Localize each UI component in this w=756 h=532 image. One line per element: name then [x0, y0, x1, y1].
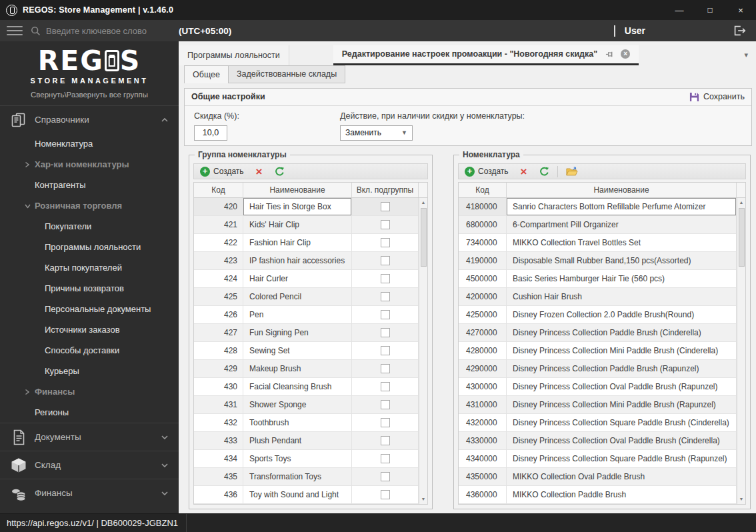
table-row[interactable]: 433Plush Pendant [194, 432, 419, 450]
scroll-down-icon[interactable]: ▼ [739, 495, 744, 504]
table-row[interactable]: 4190000Disposable Small Rubber Band,150 … [459, 252, 737, 270]
include-subgroups-checkbox[interactable] [381, 454, 390, 463]
refresh-button[interactable] [533, 164, 555, 179]
sidebar-item-розничная-торговля[interactable]: Розничная торговля [0, 195, 179, 216]
table-row[interactable]: 430Facial Cleansing Brush [194, 378, 419, 396]
scroll-up-icon[interactable]: ▲ [421, 198, 426, 207]
sidebar-item-покупатели[interactable]: Покупатели [0, 216, 179, 237]
scroll-thumb[interactable] [739, 208, 745, 267]
sidebar-item-причины-возвратов[interactable]: Причины возвратов [0, 278, 179, 299]
scroll-thumb[interactable] [421, 208, 427, 267]
sidebar-item-курьеры[interactable]: Курьеры [0, 361, 179, 381]
table-row[interactable]: 436Toy with Sound and Light [194, 486, 419, 504]
logout-icon[interactable] [732, 23, 747, 38]
table-row[interactable]: 4200000Cushion Hair Brush [459, 288, 737, 306]
sidebar-item-источники-заказов[interactable]: Источники заказов [0, 319, 179, 340]
create-button[interactable]: + Создать [194, 164, 250, 179]
include-subgroups-checkbox[interactable] [381, 382, 390, 391]
table-row[interactable]: 425Colored Pencil [194, 288, 419, 306]
save-button[interactable]: Сохранить [689, 92, 745, 102]
table-row[interactable]: 7340000MIKKO Collection Travel Bottles S… [459, 234, 737, 252]
table-row[interactable]: 4180000Sanrio Characters Bottom Refillab… [459, 198, 737, 216]
table-row[interactable]: 4500000Basic Series Hamburger Hair Tie (… [459, 270, 737, 288]
minimize-button[interactable]: — [664, 0, 695, 20]
sidebar-group-справочники[interactable]: Справочники [0, 105, 179, 133]
include-subgroups-checkbox[interactable] [381, 328, 390, 337]
column-header-code[interactable]: Код [194, 183, 243, 197]
table-row[interactable]: 421Kids' Hair Clip [194, 216, 419, 234]
nomenclature-table-scrollbar[interactable]: ▲ ▼ [737, 198, 745, 504]
sidebar-item-регионы[interactable]: Регионы [0, 402, 179, 423]
table-row[interactable]: 4300000Disney Princess Collection Oval P… [459, 378, 737, 396]
include-subgroups-checkbox[interactable] [381, 238, 390, 247]
table-row[interactable]: 420Hair Ties in Storge Box [194, 198, 419, 216]
table-row[interactable]: 422Fashion Hair Clip [194, 234, 419, 252]
scroll-up-icon[interactable]: ▲ [739, 198, 744, 207]
include-subgroups-checkbox[interactable] [381, 256, 390, 265]
maximize-button[interactable]: □ [695, 0, 725, 20]
global-search[interactable]: Введите ключевое слово [31, 26, 147, 36]
table-row[interactable]: 4340000Disney Princess Collection Square… [459, 450, 737, 468]
column-header-name[interactable]: Наименование [507, 183, 737, 197]
table-row[interactable]: 4350000MIKKO Collection Oval Paddle Brus… [459, 468, 737, 486]
pin-icon[interactable] [605, 50, 614, 59]
create-button[interactable]: + Создать [459, 164, 515, 179]
table-row[interactable]: 432Toothbrush [194, 414, 419, 432]
table-row[interactable]: 4280000Disney Princess Collection Mini P… [459, 342, 737, 360]
sidebar-group-финансы[interactable]: Финансы [0, 479, 179, 507]
close-button[interactable]: × [725, 0, 756, 20]
include-subgroups-checkbox[interactable] [381, 490, 390, 499]
menu-icon[interactable] [7, 26, 23, 35]
delete-button[interactable]: × [515, 164, 533, 179]
collapse-all-groups-link[interactable]: Свернуть\Развернуть все группы [0, 91, 179, 99]
tab-list-chevron-icon[interactable]: ▾ [744, 51, 748, 59]
include-subgroups-checkbox[interactable] [381, 418, 390, 427]
table-row[interactable]: 4360000MIKKO Collection Paddle Brush [459, 486, 737, 504]
discount-input[interactable] [194, 125, 227, 141]
tab-involved-warehouses[interactable]: Задействованные склады [229, 65, 345, 83]
include-subgroups-checkbox[interactable] [381, 310, 390, 319]
sidebar-item-хар-ки-номенклатуры[interactable]: Хар-ки номенклатуры [0, 154, 179, 175]
include-subgroups-checkbox[interactable] [381, 292, 390, 301]
include-subgroups-checkbox[interactable] [381, 472, 390, 481]
sidebar-item-программы-лояльности[interactable]: Программы лояльности [0, 237, 179, 257]
sidebar-item-персональные-документы[interactable]: Персональные документы [0, 299, 179, 319]
sidebar-item-финансы[interactable]: Финансы [0, 381, 179, 402]
table-row[interactable]: 4310000Disney Princess Collection Mini P… [459, 396, 737, 414]
sidebar-item-номенклатура[interactable]: Номенклатура [0, 133, 179, 154]
table-row[interactable]: 431Shower Sponge [194, 396, 419, 414]
include-subgroups-checkbox[interactable] [381, 346, 390, 355]
action-select[interactable]: Заменить ▼ [340, 125, 413, 141]
include-subgroups-checkbox[interactable] [381, 202, 390, 211]
tab-loyalty-programs[interactable]: Программы лояльности [179, 45, 289, 65]
sidebar-item-способы-доставки[interactable]: Способы доставки [0, 340, 179, 361]
table-row[interactable]: 4250000Disney Frozen Collection 2.0 Padd… [459, 306, 737, 324]
scroll-down-icon[interactable]: ▼ [421, 495, 426, 504]
table-row[interactable]: 424Hair Curler [194, 270, 419, 288]
column-header-subgroups[interactable]: Вкл. подгруппы [352, 183, 419, 197]
table-row[interactable]: 4330000Disney Princess Collection Oval P… [459, 432, 737, 450]
sidebar-item-карты-покупателей[interactable]: Карты покупателей [0, 257, 179, 278]
table-row[interactable]: 429Makeup Brush [194, 360, 419, 378]
sidebar-group-склад[interactable]: Склад [0, 451, 179, 479]
column-header-code[interactable]: Код [459, 183, 507, 197]
table-row[interactable]: 423IP fashion hair accessories [194, 252, 419, 270]
tab-promo-edit[interactable]: Редактирование настроек промоакции - "Но… [333, 45, 639, 65]
table-row[interactable]: 4270000Disney Princess Collection Paddle… [459, 324, 737, 342]
delete-button[interactable]: × [250, 164, 269, 179]
tab-close-icon[interactable]: × [621, 49, 630, 59]
table-row[interactable]: 435Transformation Toys [194, 468, 419, 486]
table-row[interactable]: 434Sports Toys [194, 450, 419, 468]
include-subgroups-checkbox[interactable] [381, 274, 390, 283]
table-row[interactable]: 427Fun Signing Pen [194, 324, 419, 342]
table-row[interactable]: 428Sewing Set [194, 342, 419, 360]
table-row[interactable]: 4290000Disney Princess Collection Paddle… [459, 360, 737, 378]
column-header-name[interactable]: Наименование [243, 183, 352, 197]
refresh-button[interactable] [269, 164, 291, 179]
group-table-scrollbar[interactable]: ▲ ▼ [419, 198, 427, 504]
tab-general[interactable]: Общее [184, 65, 229, 83]
table-row[interactable]: 68000006-Compartment Pill Organizer [459, 216, 737, 234]
include-subgroups-checkbox[interactable] [381, 220, 390, 229]
table-row[interactable]: 426Pen [194, 306, 419, 324]
include-subgroups-checkbox[interactable] [381, 400, 390, 409]
